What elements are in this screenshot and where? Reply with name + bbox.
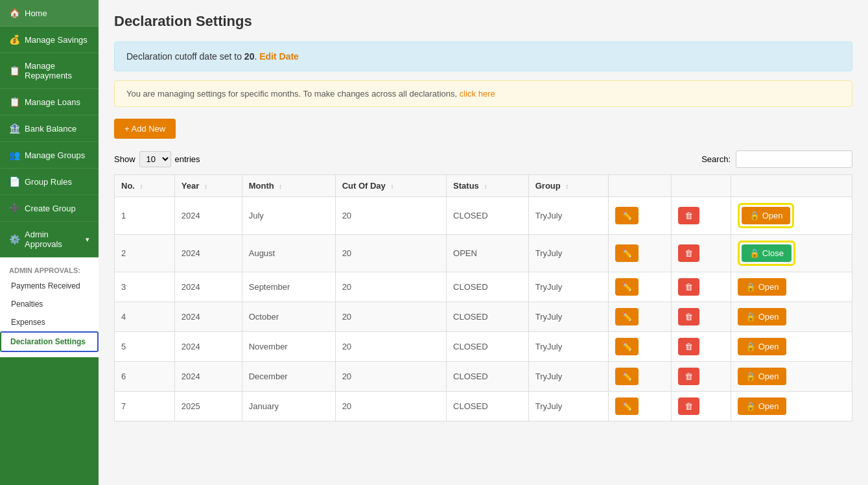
- entries-label: entries: [175, 154, 200, 164]
- cell-status: CLOSED: [447, 332, 529, 362]
- open-button[interactable]: 🔒 Open: [738, 368, 786, 385]
- table-row: 4 2024 October 20 CLOSED TryJuly ✏️ 🗑 🔒 …: [115, 302, 852, 332]
- cell-status: CLOSED: [447, 392, 529, 421]
- chevron-down-icon: ▾: [86, 235, 89, 244]
- cell-year: 2024: [174, 235, 242, 272]
- delete-button[interactable]: 🗑: [678, 278, 699, 296]
- cell-group: TryJuly: [528, 392, 609, 421]
- cell-edit: ✏️: [609, 362, 672, 392]
- search-input[interactable]: [736, 150, 852, 168]
- col-group: Group ↕: [528, 175, 609, 197]
- show-entries: Show 10 25 50 entries: [114, 151, 200, 167]
- delete-button[interactable]: 🗑: [678, 397, 699, 415]
- edit-button[interactable]: ✏️: [615, 244, 639, 262]
- table-row: 6 2024 December 20 CLOSED TryJuly ✏️ 🗑 🔒…: [115, 362, 852, 392]
- cell-status: CLOSED: [447, 362, 529, 392]
- cell-delete: 🗑: [672, 302, 731, 332]
- cell-month: July: [242, 197, 335, 235]
- cell-action: 🔒 Open: [731, 197, 852, 235]
- cell-cutofday: 20: [335, 197, 446, 235]
- approvals-icon: ⚙️: [9, 234, 20, 244]
- cell-cutofday: 20: [335, 392, 446, 421]
- loans-icon: 📋: [9, 97, 20, 107]
- edit-button[interactable]: ✏️: [615, 308, 639, 325]
- open-button[interactable]: 🔒 Open: [742, 207, 790, 224]
- col-no: No. ↕: [115, 175, 175, 197]
- cell-edit: ✏️: [609, 197, 672, 235]
- page-title: Declaration Settings: [114, 13, 852, 30]
- submenu-item-declaration-settings[interactable]: Declaration Settings: [0, 331, 99, 352]
- cell-delete: 🗑: [672, 392, 731, 421]
- cell-no: 3: [115, 272, 175, 302]
- cell-cutofday: 20: [335, 302, 446, 332]
- col-status: Status ↕: [447, 175, 529, 197]
- entries-select[interactable]: 10 25 50: [139, 151, 171, 167]
- edit-button[interactable]: ✏️: [615, 397, 639, 415]
- col-year: Year ↕: [174, 175, 242, 197]
- cell-no: 6: [115, 362, 175, 392]
- sidebar-item-label: Manage Savings: [25, 35, 88, 45]
- cell-month: October: [242, 302, 335, 332]
- cell-group: TryJuly: [528, 235, 609, 272]
- sidebar-item-home[interactable]: 🏠 Home: [0, 0, 99, 27]
- cell-year: 2024: [174, 362, 242, 392]
- home-icon: 🏠: [9, 8, 20, 18]
- cell-action: 🔒 Open: [731, 302, 852, 332]
- sidebar-item-label: Home: [25, 8, 47, 18]
- sidebar-item-admin-approvals[interactable]: ⚙️ Admin Approvals ▾: [0, 222, 99, 257]
- open-button[interactable]: 🔒 Open: [738, 278, 786, 296]
- edit-button[interactable]: ✏️: [615, 338, 639, 355]
- delete-button[interactable]: 🗑: [678, 368, 699, 385]
- delete-button[interactable]: 🗑: [678, 338, 699, 355]
- edit-button[interactable]: ✏️: [615, 207, 639, 224]
- cell-month: September: [242, 272, 335, 302]
- open-button[interactable]: 🔒 Open: [738, 338, 786, 355]
- delete-button[interactable]: 🗑: [678, 308, 699, 325]
- delete-button[interactable]: 🗑: [678, 244, 699, 262]
- delete-button[interactable]: 🗑: [678, 207, 699, 224]
- main-content: Declaration Settings Declaration cutoff …: [99, 0, 868, 485]
- cell-group: TryJuly: [528, 197, 609, 235]
- sidebar-item-bank-balance[interactable]: 🏦 Bank Balance: [0, 115, 99, 142]
- add-new-button[interactable]: + Add New: [114, 119, 176, 139]
- groups-icon: 👥: [9, 150, 20, 160]
- edit-date-link[interactable]: Edit Date: [259, 51, 299, 62]
- cell-no: 4: [115, 302, 175, 332]
- click-here-link[interactable]: click here: [460, 89, 495, 99]
- cell-year: 2024: [174, 272, 242, 302]
- repayments-icon: 📋: [9, 65, 20, 76]
- cell-action: 🔒 Open: [731, 272, 852, 302]
- edit-button[interactable]: ✏️: [615, 278, 639, 296]
- cell-no: 1: [115, 197, 175, 235]
- cell-delete: 🗑: [672, 272, 731, 302]
- submenu-item-payments-received[interactable]: Payments Received: [0, 277, 99, 295]
- sidebar-item-group-rules[interactable]: 📄 Group Rules: [0, 169, 99, 195]
- cell-no: 2: [115, 235, 175, 272]
- edit-button[interactable]: ✏️: [615, 368, 639, 385]
- sidebar-item-label: Manage Groups: [25, 150, 85, 160]
- open-button[interactable]: 🔒 Open: [738, 308, 786, 325]
- sidebar-item-manage-loans[interactable]: 📋 Manage Loans: [0, 89, 99, 115]
- cell-action: 🔒 Open: [731, 332, 852, 362]
- sidebar-item-label: Group Rules: [25, 177, 72, 187]
- create-icon: ➕: [9, 203, 20, 213]
- cell-no: 5: [115, 332, 175, 362]
- submenu-item-penalties[interactable]: Penalties: [0, 295, 99, 313]
- submenu-title: ADMIN APPROVALS:: [0, 263, 99, 277]
- sidebar-item-manage-savings[interactable]: 💰 Manage Savings: [0, 27, 99, 53]
- sidebar-item-label: Bank Balance: [25, 124, 76, 134]
- table-row: 3 2024 September 20 CLOSED TryJuly ✏️ 🗑 …: [115, 272, 852, 302]
- close-button[interactable]: 🔒 Close: [742, 244, 792, 262]
- admin-approvals-submenu: ADMIN APPROVALS: Payments Received Penal…: [0, 257, 99, 357]
- data-table: No. ↕ Year ↕ Month ↕ Cut Of Day ↕ Status…: [114, 174, 852, 421]
- sidebar-item-create-group[interactable]: ➕ Create Group: [0, 195, 99, 222]
- cell-year: 2024: [174, 332, 242, 362]
- submenu-item-expenses[interactable]: Expenses: [0, 313, 99, 331]
- show-label: Show: [114, 154, 135, 164]
- sidebar-item-manage-groups[interactable]: 👥 Manage Groups: [0, 142, 99, 169]
- cell-edit: ✏️: [609, 235, 672, 272]
- open-button[interactable]: 🔒 Open: [738, 397, 786, 415]
- sidebar-item-manage-repayments[interactable]: 📋 Manage Repayments: [0, 53, 99, 89]
- search-label: Search:: [701, 154, 731, 164]
- table-row: 7 2025 January 20 CLOSED TryJuly ✏️ 🗑 🔒 …: [115, 392, 852, 421]
